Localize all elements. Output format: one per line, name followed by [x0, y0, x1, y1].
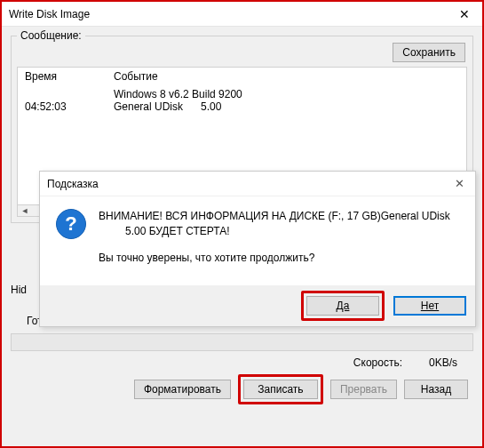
format-button[interactable]: Форматировать [134, 380, 231, 399]
log-event: Windows 8 v6.2 Build 9200 General UDisk … [114, 88, 459, 113]
close-icon[interactable]: ✕ [447, 2, 482, 26]
window-title: Write Disk Image [9, 8, 90, 20]
modal-titlebar: Подсказка ✕ [40, 172, 475, 196]
modal-text: ВНИМАНИЕ! ВСЯ ИНФОРМАЦИЯ НА ДИСКЕ (F:, 1… [99, 209, 464, 285]
no-button[interactable]: Нет [393, 296, 466, 316]
modal-confirm-text: Вы точно уверены, что хотите продолжить? [99, 251, 464, 266]
col-time-header: Время [25, 70, 114, 83]
bottom-buttons: Форматировать Записать Прервать Назад [11, 372, 473, 404]
speed-value: 0KB/s [429, 356, 457, 369]
write-button[interactable]: Записать [243, 380, 318, 399]
modal-close-icon[interactable]: ✕ [450, 175, 468, 193]
modal-warning-line: 5.00 БУДЕТ СТЕРТА! [99, 224, 464, 239]
log-time: 04:52:03 [25, 88, 114, 113]
speed-row: Скорость: 0KB/s [11, 353, 473, 372]
back-button[interactable]: Назад [404, 380, 468, 399]
abort-button: Прервать [330, 380, 397, 399]
message-group-label: Сообщение: [17, 29, 85, 42]
modal-warning-line: ВНИМАНИЕ! ВСЯ ИНФОРМАЦИЯ НА ДИСКЕ (F:, 1… [99, 209, 464, 224]
yes-button[interactable]: Да [306, 296, 379, 316]
modal-body: ? ВНИМАНИЕ! ВСЯ ИНФОРМАЦИЯ НА ДИСКЕ (F:,… [40, 196, 475, 285]
log-header: Время Событие [18, 68, 466, 85]
confirm-dialog: Подсказка ✕ ? ВНИМАНИЕ! ВСЯ ИНФОРМАЦИЯ Н… [39, 171, 476, 327]
log-row: 04:52:03 Windows 8 v6.2 Build 9200 Gener… [18, 85, 466, 116]
save-button[interactable]: Сохранить [393, 43, 465, 62]
question-icon: ? [56, 209, 86, 239]
log-event-line: Windows 8 v6.2 Build 9200 [114, 88, 459, 100]
modal-buttons: Да Нет [40, 285, 475, 326]
modal-title: Подсказка [47, 178, 99, 190]
scroll-left-icon[interactable]: ◄ [18, 205, 32, 216]
speed-label: Скорость: [353, 356, 402, 369]
col-event-header: Событие [114, 70, 459, 83]
yes-highlight: Да [301, 291, 385, 321]
log-event-line: General UDisk 5.00 [114, 100, 459, 113]
progress-bar [11, 333, 473, 351]
titlebar: Write Disk Image ✕ [2, 2, 482, 27]
write-highlight: Записать [238, 374, 323, 404]
